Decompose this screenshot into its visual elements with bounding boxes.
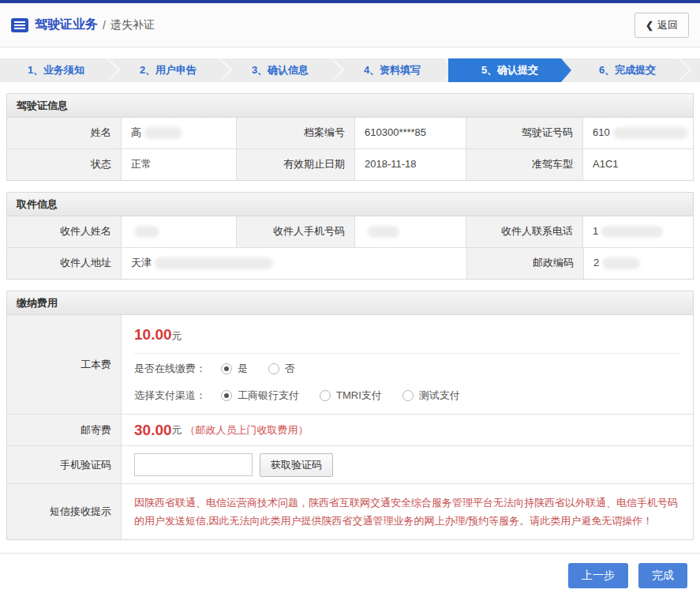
radio-channel-test[interactable]: 测试支付 xyxy=(402,389,460,403)
recipient-address-value: 天津 xyxy=(122,248,467,279)
name-label: 姓名 xyxy=(7,118,122,148)
pickup-info-panel: 取件信息 收件人姓名 收件人手机号码 收件人联系电话 1 收件人地址 天津 邮政… xyxy=(6,192,694,280)
status-value: 正常 xyxy=(122,149,237,180)
license-info-panel: 驾驶证信息 姓名 高 档案编号 610300****85 驾驶证号码 610 状… xyxy=(6,93,694,181)
back-button[interactable]: ❮ 返回 xyxy=(634,13,689,38)
recipient-name-label: 收件人姓名 xyxy=(7,216,122,247)
breadcrumb-separator: / xyxy=(103,19,106,32)
step-3-confirm-info[interactable]: 3、确认信息 xyxy=(224,58,336,82)
work-fee-unit: 元 xyxy=(172,330,182,342)
redacted-value xyxy=(155,257,273,269)
sms-tip-text: 因陕西省联通、电信运营商技术问题，陕西省互联网交通安全综合服务管理平台无法向持陕… xyxy=(122,484,693,539)
online-pay-question-line: 是否在线缴费： 是 否 xyxy=(134,357,693,381)
recipient-phone-label: 收件人联系电话 xyxy=(466,216,583,247)
captcha-content: 获取验证码 xyxy=(122,446,693,483)
finish-button[interactable]: 完成 xyxy=(638,563,687,588)
table-row: 姓名 高 档案编号 610300****85 驾驶证号码 610 xyxy=(7,118,693,148)
radio-icon xyxy=(268,363,279,374)
expiry-date-label: 有效期止日期 xyxy=(237,149,355,180)
get-captcha-button[interactable]: 获取验证码 xyxy=(260,453,333,477)
vehicle-class-label: 准驾车型 xyxy=(466,149,583,180)
step-6-complete-submit[interactable]: 6、完成提交 xyxy=(571,58,683,82)
radio-icon xyxy=(402,390,414,401)
license-number-value: 610 xyxy=(583,118,693,148)
page-title: 驾驶证业务 xyxy=(35,17,98,33)
redacted-value xyxy=(134,226,159,238)
footer-actions: 上一步 完成 xyxy=(0,553,700,588)
name-value: 高 xyxy=(122,118,237,148)
redacted-value xyxy=(602,257,640,269)
captcha-row: 手机验证码 获取验证码 xyxy=(7,445,693,483)
redacted-value xyxy=(144,127,182,139)
recipient-mobile-value xyxy=(355,216,466,247)
payment-title: 缴纳费用 xyxy=(7,291,693,315)
pay-channel-question-line: 选择支付渠道： 工商银行支付 TMRI支付 测试支付 xyxy=(134,384,693,407)
mail-fee-amount: 30.00 xyxy=(134,422,172,439)
file-number-label: 档案编号 xyxy=(237,118,355,148)
license-info-title: 驾驶证信息 xyxy=(7,94,693,118)
step-1-business-notice[interactable]: 1、业务须知 xyxy=(0,58,112,82)
mail-fee-unit: 元 xyxy=(172,423,182,437)
work-fee-content: 10.00元 是否在线缴费： 是 否 选择支付渠道： 工商银行支付 TMRI支付… xyxy=(122,315,693,414)
file-number-value: 610300****85 xyxy=(355,118,466,148)
previous-step-button[interactable]: 上一步 xyxy=(568,563,628,588)
mail-fee-row: 邮寄费 30.00元 （邮政人员上门收取费用） xyxy=(7,414,693,445)
step-2-user-declaration[interactable]: 2、用户申告 xyxy=(112,58,224,82)
recipient-mobile-label: 收件人手机号码 xyxy=(237,216,355,247)
radio-online-yes[interactable]: 是 xyxy=(221,362,248,376)
redacted-value xyxy=(368,226,399,238)
redacted-value xyxy=(601,226,663,238)
redacted-value xyxy=(613,127,688,139)
work-fee-label: 工本费 xyxy=(7,315,122,414)
table-row: 状态 正常 有效期止日期 2018-11-18 准驾车型 A1C1 xyxy=(7,148,693,180)
chevron-left-icon: ❮ xyxy=(646,20,653,31)
work-fee-amount: 10.00 xyxy=(134,326,172,343)
mail-fee-label: 邮寄费 xyxy=(7,415,122,445)
postal-code-label: 邮政编码 xyxy=(467,248,584,279)
pickup-info-title: 取件信息 xyxy=(7,193,693,216)
vehicle-class-value: A1C1 xyxy=(583,149,693,180)
mail-fee-note: （邮政人员上门收取费用） xyxy=(185,423,309,437)
captcha-label: 手机验证码 xyxy=(7,446,122,483)
radio-icon xyxy=(221,363,232,374)
step-navigation: 1、业务须知 2、用户申告 3、确认信息 4、资料填写 5、确认提交 6、完成提… xyxy=(0,58,700,82)
page-header: 驾驶证业务 / 遗失补证 ❮ 返回 xyxy=(0,3,700,47)
postal-code-value: 2 xyxy=(584,248,693,279)
recipient-phone-value: 1 xyxy=(583,216,693,247)
radio-icon xyxy=(320,390,331,401)
payment-panel: 缴纳费用 工本费 10.00元 是否在线缴费： 是 否 选择支付渠道： 工商银行… xyxy=(6,291,694,540)
online-pay-question: 是否在线缴费： xyxy=(134,362,221,376)
breadcrumb-current: 遗失补证 xyxy=(110,18,155,32)
work-fee-amount-line: 10.00元 xyxy=(134,315,693,353)
step-5-confirm-submit-active[interactable]: 5、确认提交 xyxy=(448,58,571,82)
step-4-fill-data[interactable]: 4、资料填写 xyxy=(336,58,448,82)
radio-online-no[interactable]: 否 xyxy=(268,362,295,376)
sms-tip-row: 短信接收提示 因陕西省联通、电信运营商技术问题，陕西省互联网交通安全综合服务管理… xyxy=(7,483,693,539)
mail-fee-content: 30.00元 （邮政人员上门收取费用） xyxy=(122,415,693,445)
license-number-label: 驾驶证号码 xyxy=(466,118,583,148)
radio-channel-tmri[interactable]: TMRI支付 xyxy=(320,389,382,403)
radio-icon xyxy=(221,390,232,401)
table-row: 收件人地址 天津 邮政编码 2 xyxy=(7,247,693,279)
expiry-date-value: 2018-11-18 xyxy=(355,149,466,180)
back-button-label: 返回 xyxy=(657,18,678,32)
captcha-input[interactable] xyxy=(134,453,253,476)
menu-list-icon xyxy=(11,18,28,32)
divider xyxy=(134,353,680,354)
sms-tip-label: 短信接收提示 xyxy=(7,484,122,539)
pay-channel-question: 选择支付渠道： xyxy=(134,389,221,403)
recipient-address-label: 收件人地址 xyxy=(7,248,122,279)
work-fee-row: 工本费 10.00元 是否在线缴费： 是 否 选择支付渠道： 工商银行支付 TM… xyxy=(7,315,693,414)
status-label: 状态 xyxy=(7,149,122,180)
recipient-name-value xyxy=(122,216,237,247)
radio-channel-icbc[interactable]: 工商银行支付 xyxy=(221,389,299,403)
table-row: 收件人姓名 收件人手机号码 收件人联系电话 1 xyxy=(7,216,693,247)
